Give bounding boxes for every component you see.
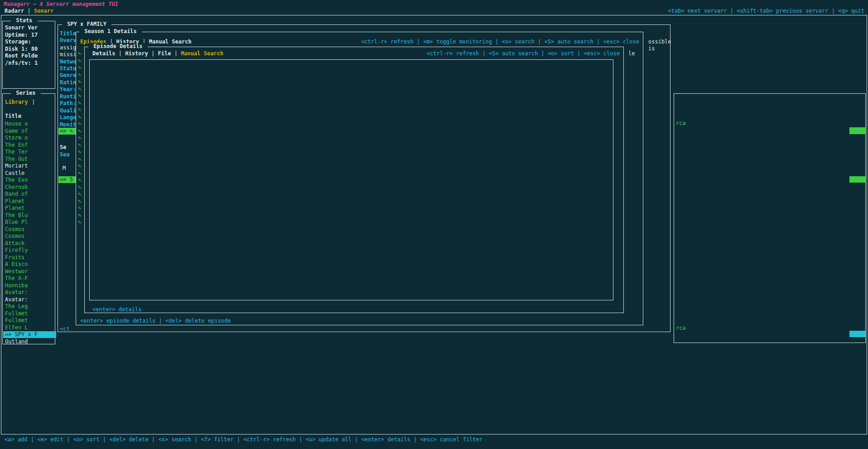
series-row[interactable]: Elfen L <box>5 324 28 332</box>
manual-search-table <box>89 59 613 300</box>
series-row[interactable]: The Leg <box>5 303 28 310</box>
right-panel: rca rca <box>674 93 866 343</box>
series-row[interactable]: Planet <box>5 198 24 205</box>
stats-line: Root Folde <box>5 53 38 60</box>
series-lower-fragment: Se <box>60 144 66 151</box>
series-row[interactable]: Hanniba <box>5 282 28 290</box>
series-row[interactable]: The X-F <box>5 275 28 282</box>
series-row-selected[interactable]: => SPY x F <box>3 331 56 338</box>
servarr-tabs: Radarr | Sonarr <box>5 8 53 15</box>
episode-tab-file[interactable]: File <box>158 50 171 57</box>
episode-monitored-icon: ✎ <box>78 50 81 58</box>
series-field-label: Netwo <box>60 58 76 66</box>
series-row[interactable]: Outland <box>5 338 28 346</box>
overview-fragment-2: is <box>648 45 655 53</box>
episode-popup-keybinds: <ctrl-r> refresh | <S> auto search | <o>… <box>427 50 620 58</box>
overview-fragment-1: ossible <box>648 39 671 46</box>
stats-panel: Stats Sonarr VerUptime: 17Storage:Disk 1… <box>2 21 55 89</box>
series-field-label: Ratin <box>60 79 76 87</box>
series-row[interactable]: Cosmos <box>5 233 24 240</box>
episode-monitored-icon: ✎ <box>78 121 81 128</box>
tab-sonarr[interactable]: Sonarr <box>34 8 53 14</box>
series-row[interactable]: Band of <box>5 191 28 198</box>
series-row[interactable]: Storm o <box>5 135 28 142</box>
series-row[interactable]: Avatar: <box>5 296 28 304</box>
episode-monitored-icon: ✎ <box>78 177 81 184</box>
episode-monitored-icon: ✎ <box>78 149 81 156</box>
episode-monitored-icon: ✎ <box>78 219 81 226</box>
stats-line: Uptime: 17 <box>5 32 38 39</box>
episode-monitored-icon: ✎ <box>78 58 81 65</box>
episode-monitored-icon: ✎ <box>78 191 81 198</box>
episode-monitored-icon: ✎ <box>78 135 81 142</box>
tab-library[interactable]: Library <box>5 99 28 106</box>
season-popup-footer: <enter> episode details | <del> delete e… <box>80 318 231 325</box>
series-lower-fragment: Sea <box>60 151 70 159</box>
series-row[interactable]: House o <box>5 121 28 128</box>
series-window-title: SPY x FAMILY <box>62 21 111 28</box>
series-row[interactable]: Fruits <box>5 254 24 261</box>
episode-monitored-icon: ✎ <box>78 114 81 121</box>
series-row[interactable]: Cosmos <box>5 226 24 233</box>
episode-tab-details[interactable]: Details <box>92 50 116 57</box>
tab-radarr[interactable]: Radarr <box>5 8 24 14</box>
series-row[interactable]: A Disco <box>5 261 28 268</box>
right-fragment-1: rca <box>676 120 686 127</box>
series-row[interactable]: The Out <box>5 156 28 163</box>
right-highlight-block-1 <box>849 127 865 134</box>
series-field-label: Overv <box>60 37 76 44</box>
managarr-screen: Managarr – A Servarr management TUI Rada… <box>0 0 868 449</box>
episode-monitored-icon: ✎ <box>78 106 81 114</box>
table-header-row <box>90 63 612 70</box>
series-row[interactable]: The Enf <box>5 142 28 149</box>
library-column-header: Title <box>5 113 21 120</box>
episode-monitored-icon: ✎ <box>78 170 81 177</box>
series-row[interactable]: The Blu <box>5 212 28 219</box>
selected-season-bar[interactable]: => S <box>58 176 77 183</box>
stats-panel-title: Stats <box>11 17 38 24</box>
episode-monitored-icon: ✎ <box>78 156 81 163</box>
episode-details-popup: Episode Details Details | History | File… <box>84 47 624 313</box>
series-row[interactable]: The Ter <box>5 149 28 156</box>
series-lower-fragment: M <box>63 165 66 172</box>
episode-monitored-icon: ✎ <box>78 128 81 135</box>
episode-monitored-icon: ✎ <box>78 163 81 170</box>
right-highlight-block-2 <box>849 176 865 183</box>
series-row[interactable]: Chernob <box>5 184 28 191</box>
episode-monitored-icon: ✎ <box>78 86 81 93</box>
series-field-label: Quali <box>60 107 76 115</box>
episode-tab-manual-search[interactable]: Manual Search <box>181 50 223 57</box>
series-row[interactable]: Moriart <box>5 163 28 170</box>
episode-popup-title: Episode Details <box>88 43 148 50</box>
series-field-label: Statu <box>60 65 76 72</box>
season-tab-manual-search[interactable]: Manual Search <box>149 39 192 45</box>
library-panel-title: Series <box>11 90 41 97</box>
series-row[interactable]: Fullmet <box>5 317 28 324</box>
selected-field-bar[interactable]: => ✎ <box>58 128 77 135</box>
series-row[interactable]: Blue Pl <box>5 219 28 226</box>
episode-monitored-icon: ✎ <box>78 184 81 191</box>
series-field-label: Genre <box>60 72 76 79</box>
series-field-label: Runti <box>60 93 76 101</box>
library-panel: Series Library | Title House oGame ofSto… <box>2 93 55 344</box>
episode-monitored-icon: ✎ <box>78 64 81 72</box>
series-row[interactable]: Planet <box>5 205 24 212</box>
season-edge-fragment: le <box>628 50 635 58</box>
series-row[interactable]: Game of <box>5 128 28 135</box>
season-popup-keybinds: <ctrl-r> refresh | <m> toggle monitoring… <box>361 39 639 46</box>
stats-line: Disk 1: 80 <box>5 46 38 53</box>
stats-line: Storage: <box>5 39 31 46</box>
series-row[interactable]: Castle <box>5 170 24 177</box>
episode-tab-history[interactable]: History <box>125 50 148 57</box>
episode-monitored-icon: ✎ <box>78 142 81 149</box>
series-field-label: assig <box>60 44 76 52</box>
episode-monitored-icon: ✎ <box>78 212 81 219</box>
series-row[interactable]: The Exo <box>5 177 28 184</box>
series-row[interactable]: Firefly <box>5 247 28 254</box>
series-row[interactable]: Westwor <box>5 268 28 275</box>
series-row[interactable]: Fullmet <box>5 310 28 318</box>
series-row[interactable]: Attack <box>5 240 24 247</box>
series-row[interactable]: Avatar: <box>5 289 28 296</box>
right-highlight-block-3 <box>849 331 865 337</box>
stats-line: Sonarr Ver <box>5 24 38 32</box>
